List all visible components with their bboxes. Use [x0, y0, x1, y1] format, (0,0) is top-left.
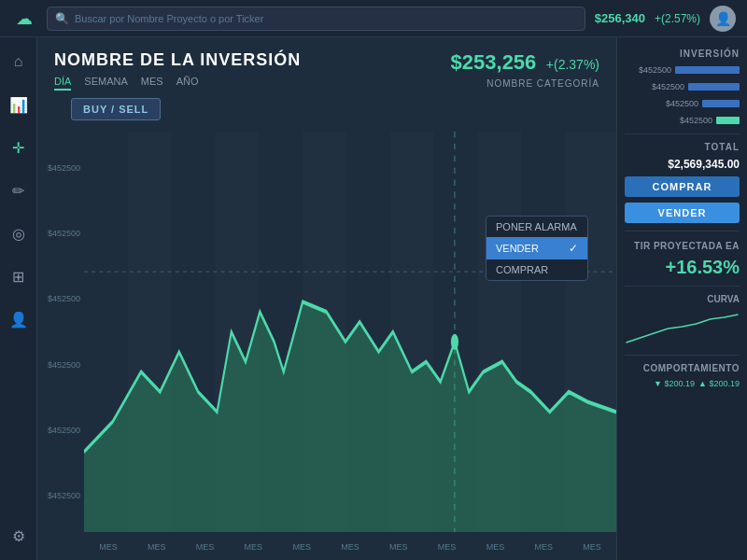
x-label-9: MES [486, 542, 505, 552]
search-placeholder: Buscar por Nombre Proyecto o por Ticker [75, 13, 263, 24]
divider-3 [625, 286, 740, 287]
chart-main-change: +(2.37%) [546, 57, 599, 72]
inversion-label: INVERSIÓN [625, 49, 740, 59]
divider-1 [625, 133, 740, 134]
curva-label: CURVA [625, 294, 740, 304]
tooltip-comprar[interactable]: COMPRAR [486, 259, 587, 280]
chart-value-area: $253,256 +(2.37%) NOMBRE CATEGORÍA [451, 50, 599, 89]
sidebar-icon-eye[interactable]: ◎ [6, 220, 32, 246]
sidebar-icon-chart[interactable]: 📊 [6, 91, 32, 118]
comp-val-2: ▲ $200.19 [698, 379, 740, 388]
bar-row-4: $452500 [625, 116, 740, 125]
tooltip-poner-alarma[interactable]: PONER ALARMA [486, 217, 587, 237]
bar-label-3: $452500 [652, 99, 698, 108]
header-total-change: +(2.57%) [655, 12, 700, 25]
y-label-5: $452500 [41, 426, 80, 435]
bar-row-1: $452500 [625, 65, 740, 75]
x-label-8: MES [438, 542, 457, 552]
header-total-value: $256,340 [595, 11, 645, 25]
search-bar[interactable]: 🔍 Buscar por Nombre Proyecto o por Ticke… [47, 7, 585, 31]
chart-y-labels: $452500 $452500 $452500 $452500 $452500 … [37, 132, 84, 532]
y-label-2: $452500 [41, 229, 80, 238]
tab-mes[interactable]: MES [141, 76, 163, 91]
bar-label-1: $452500 [625, 65, 671, 75]
bar-4 [716, 117, 740, 124]
sidebar: ⌂ 📊 ✛ ✏ ◎ ⊞ 👤 ⚙ [0, 37, 37, 560]
chart-tooltip: PONER ALARMA VENDER ✓ COMPRAR [486, 216, 588, 281]
bar-row-3: $452500 [625, 99, 740, 108]
sidebar-icon-grid[interactable]: ⊞ [6, 263, 32, 289]
y-label-3: $452500 [41, 294, 80, 303]
sidebar-icon-settings[interactable]: ⚙ [6, 523, 32, 549]
comportamiento-label: COMPORTAMIENTO [625, 363, 740, 373]
search-icon: 🔍 [55, 12, 69, 25]
svg-rect-17 [627, 310, 739, 347]
tab-ano[interactable]: AÑO [176, 76, 199, 91]
y-label-4: $452500 [41, 360, 80, 370]
bar-label-4: $452500 [666, 116, 712, 125]
divider-4 [625, 355, 740, 356]
x-label-3: MES [196, 542, 215, 552]
bar-row-2: $452500 [625, 82, 740, 91]
x-label-2: MES [148, 542, 166, 552]
logo-icon[interactable]: ☁ [11, 6, 37, 32]
sidebar-icon-user[interactable]: 👤 [6, 306, 32, 332]
comportamiento-values: ▼ $200.19 ▲ $200.19 [625, 379, 740, 388]
bar-2 [688, 83, 740, 91]
x-label-1: MES [99, 542, 118, 552]
total-value: $2,569,345.00 [625, 158, 740, 171]
y-label-6: $452500 [41, 491, 80, 500]
x-label-6: MES [341, 542, 359, 552]
tooltip-vender[interactable]: VENDER ✓ [486, 237, 587, 259]
tab-semana[interactable]: SEMANA [84, 76, 127, 91]
chart-area: $452500 $452500 $452500 $452500 $452500 … [37, 132, 616, 560]
y-label-1: $452500 [41, 163, 80, 173]
header: ☁ 🔍 Buscar por Nombre Proyecto o por Tic… [0, 0, 747, 37]
bar-label-2: $452500 [638, 82, 684, 91]
comp-val-1: ▼ $200.19 [654, 379, 695, 388]
tir-label: TIR PROYECTADA EA [625, 241, 740, 251]
tooltip-check-icon: ✓ [569, 242, 578, 255]
mini-chart [625, 310, 740, 347]
x-label-4: MES [245, 542, 263, 552]
app-container: ☁ 🔍 Buscar por Nombre Proyecto o por Tic… [0, 0, 747, 560]
vender-button[interactable]: VENDER [625, 203, 740, 223]
center-content: NOMBRE DE LA INVERSIÓN DÍA SEMANA MES AÑ… [37, 37, 616, 560]
buy-sell-button[interactable]: BUY / SELL [71, 98, 161, 120]
sidebar-icon-pencil[interactable]: ✏ [6, 177, 32, 203]
right-panel: INVERSIÓN $452500 $452500 $452500 $45250… [616, 37, 747, 560]
chart-x-labels: MES MES MES MES MES MES MES MES MES MES … [84, 534, 616, 560]
chart-title: NOMBRE DE LA INVERSIÓN [54, 50, 301, 70]
chart-tabs: DÍA SEMANA MES AÑO [54, 76, 301, 91]
chart-title-area: NOMBRE DE LA INVERSIÓN DÍA SEMANA MES AÑ… [54, 50, 301, 91]
chart-category: NOMBRE CATEGORÍA [451, 78, 599, 89]
tir-value: +16.53% [625, 257, 740, 278]
x-label-10: MES [534, 542, 553, 552]
x-label-11: MES [583, 542, 601, 552]
divider-2 [625, 231, 740, 231]
tab-dia[interactable]: DÍA [54, 76, 71, 91]
bar-1 [675, 66, 740, 74]
comprar-button[interactable]: COMPRAR [625, 176, 740, 197]
chart-value-row: $253,256 +(2.37%) [451, 50, 599, 75]
x-label-7: MES [389, 542, 408, 552]
chart-main-value: $253,256 [451, 50, 537, 74]
chart-header: NOMBRE DE LA INVERSIÓN DÍA SEMANA MES AÑ… [37, 37, 616, 98]
x-label-5: MES [292, 542, 311, 552]
sidebar-icon-home[interactable]: ⌂ [6, 49, 32, 75]
sidebar-icon-cursor[interactable]: ✛ [6, 134, 32, 161]
chart-svg-container: PONER ALARMA VENDER ✓ COMPRAR [84, 132, 616, 532]
bar-3 [702, 100, 740, 107]
avatar[interactable]: 👤 [710, 6, 736, 32]
main-layout: ⌂ 📊 ✛ ✏ ◎ ⊞ 👤 ⚙ NOMBRE DE LA INVERSIÓN D… [0, 37, 747, 560]
total-label: TOTAL [625, 142, 740, 152]
